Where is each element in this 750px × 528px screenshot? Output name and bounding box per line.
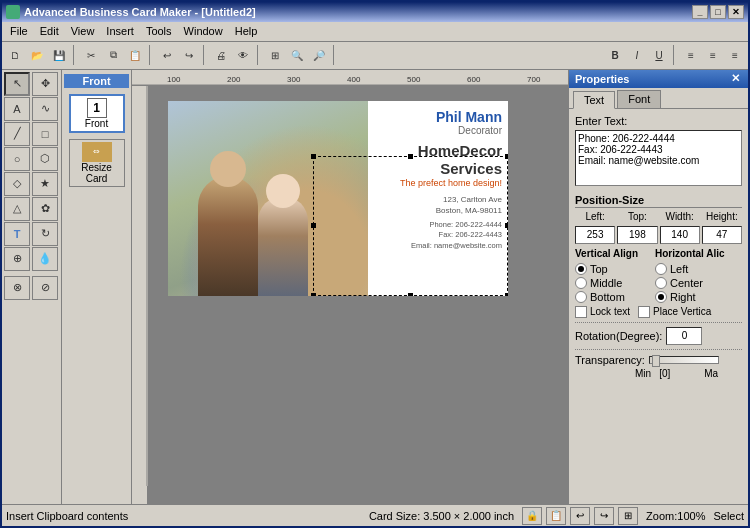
radio-left-label: Left bbox=[670, 263, 688, 275]
width-input[interactable] bbox=[660, 226, 700, 244]
radio-center-dot bbox=[655, 277, 667, 289]
resize-card[interactable]: ⇔ Resize Card bbox=[69, 139, 125, 187]
enter-text-label: Enter Text: bbox=[575, 115, 742, 127]
svg-rect-9 bbox=[132, 86, 148, 486]
tool-special[interactable]: ✿ bbox=[32, 197, 58, 221]
menu-window[interactable]: Window bbox=[178, 23, 229, 39]
position-inputs bbox=[575, 226, 742, 244]
tool-zoom[interactable]: ⊕ bbox=[4, 247, 30, 271]
lock-text-checkbox[interactable]: Lock text bbox=[575, 306, 630, 318]
radio-right-dot bbox=[655, 291, 667, 303]
toolbar-print[interactable]: 🖨 bbox=[210, 44, 232, 66]
toolbar-align-left[interactable]: ≡ bbox=[680, 44, 702, 66]
tool-eyedrop[interactable]: 💧 bbox=[32, 247, 58, 271]
status-message: Insert Clipboard contents bbox=[6, 510, 361, 522]
status-icon-1[interactable]: 🔒 bbox=[522, 507, 542, 525]
tool-curve[interactable]: ∿ bbox=[32, 97, 58, 121]
tab-font[interactable]: Font bbox=[617, 90, 661, 108]
tool-diamond[interactable]: ◇ bbox=[4, 172, 30, 196]
tab-text[interactable]: Text bbox=[573, 91, 615, 109]
close-button[interactable]: ✕ bbox=[728, 5, 744, 19]
person2-silhouette bbox=[258, 196, 308, 296]
tool-poly[interactable]: ⬡ bbox=[32, 147, 58, 171]
menu-view[interactable]: View bbox=[65, 23, 101, 39]
place-vertical-checkbox[interactable]: Place Vertica bbox=[638, 306, 711, 318]
tool-star[interactable]: ★ bbox=[32, 172, 58, 196]
radio-middle[interactable]: Middle bbox=[575, 277, 638, 289]
transparency-row: Transparency: bbox=[575, 354, 742, 366]
tool-rect[interactable]: □ bbox=[32, 122, 58, 146]
toolbar-paste[interactable]: 📋 bbox=[124, 44, 146, 66]
status-select: Select bbox=[713, 510, 744, 522]
bc-name: Phil Mann bbox=[374, 109, 502, 125]
toolbar-italic[interactable]: I bbox=[626, 44, 648, 66]
toolbar-redo[interactable]: ↪ bbox=[178, 44, 200, 66]
properties-close-button[interactable]: ✕ bbox=[728, 72, 742, 86]
place-vertical-box bbox=[638, 306, 650, 318]
toolbar-new[interactable]: 🗋 bbox=[4, 44, 26, 66]
place-vertical-label: Place Vertica bbox=[653, 306, 711, 317]
status-icon-3[interactable]: ↩ bbox=[570, 507, 590, 525]
radio-center[interactable]: Center bbox=[655, 277, 725, 289]
status-icon-2[interactable]: 📋 bbox=[546, 507, 566, 525]
toolbar-grid[interactable]: ⊞ bbox=[264, 44, 286, 66]
top-input[interactable] bbox=[617, 226, 657, 244]
tool-tri[interactable]: △ bbox=[4, 197, 30, 221]
tool-oval[interactable]: ○ bbox=[4, 147, 30, 171]
toolbar-open[interactable]: 📂 bbox=[26, 44, 48, 66]
props-divider1 bbox=[575, 322, 742, 323]
toolbar-save[interactable]: 💾 bbox=[48, 44, 70, 66]
menu-file[interactable]: File bbox=[4, 23, 34, 39]
menu-help[interactable]: Help bbox=[229, 23, 264, 39]
toolbar-align-center[interactable]: ≡ bbox=[702, 44, 724, 66]
toolbar-align-right[interactable]: ≡ bbox=[724, 44, 746, 66]
toolbar-zoom-in[interactable]: 🔍 bbox=[286, 44, 308, 66]
bc-address: 123, Carlton Ave Boston, MA-98011 bbox=[374, 194, 502, 216]
toolbar-undo[interactable]: ↩ bbox=[156, 44, 178, 66]
toolbar-underline[interactable]: U bbox=[648, 44, 670, 66]
left-input[interactable] bbox=[575, 226, 615, 244]
menu-tools[interactable]: Tools bbox=[140, 23, 178, 39]
transparency-slider[interactable] bbox=[649, 356, 719, 364]
toolbar-bold[interactable]: B bbox=[604, 44, 626, 66]
radio-bottom[interactable]: Bottom bbox=[575, 291, 638, 303]
tool-line[interactable]: ╱ bbox=[4, 122, 30, 146]
properties-panel: Properties ✕ Text Font Enter Text: Phone… bbox=[568, 70, 748, 505]
bc-company: HomeDecor Services bbox=[374, 142, 502, 178]
minimize-button[interactable]: _ bbox=[692, 5, 708, 19]
toolbar-copy[interactable]: ⧉ bbox=[102, 44, 124, 66]
radio-left[interactable]: Left bbox=[655, 263, 725, 275]
tool-wordart[interactable]: T bbox=[4, 222, 30, 246]
tool-text[interactable]: A bbox=[4, 97, 30, 121]
tb-sep6 bbox=[673, 45, 677, 65]
tool-rotate[interactable]: ↻ bbox=[32, 222, 58, 246]
toolbar-zoom-out[interactable]: 🔎 bbox=[308, 44, 330, 66]
toolbar-cut[interactable]: ✂ bbox=[80, 44, 102, 66]
vertical-align-col: Vertical Align Top Middle Bottom bbox=[575, 248, 638, 303]
resize-label: Resize Card bbox=[72, 162, 122, 184]
menu-edit[interactable]: Edit bbox=[34, 23, 65, 39]
status-icon-5[interactable]: ⊞ bbox=[618, 507, 638, 525]
menu-insert[interactable]: Insert bbox=[100, 23, 140, 39]
height-input[interactable] bbox=[702, 226, 742, 244]
transparency-values: Min [0] Ma bbox=[575, 368, 742, 379]
tool-select[interactable]: ↖ bbox=[4, 72, 30, 96]
title-bar-controls: _ □ ✕ bbox=[692, 5, 744, 19]
lock-text-label: Lock text bbox=[590, 306, 630, 317]
tool-move[interactable]: ✥ bbox=[32, 72, 58, 96]
tool-extra2[interactable]: ⊘ bbox=[32, 276, 58, 300]
card-1[interactable]: 1 Front bbox=[69, 94, 125, 133]
radio-top[interactable]: Top bbox=[575, 263, 638, 275]
radio-right[interactable]: Right bbox=[655, 291, 725, 303]
status-icons: 🔒 📋 ↩ ↪ ⊞ bbox=[522, 507, 638, 525]
text-input[interactable]: Phone: 206-222-4444 Fax: 206-222-4443 Em… bbox=[575, 130, 742, 186]
status-icon-4[interactable]: ↪ bbox=[594, 507, 614, 525]
toolbar-preview[interactable]: 👁 bbox=[232, 44, 254, 66]
bc-slogan: The prefect home design! bbox=[374, 178, 502, 188]
rotation-input[interactable] bbox=[666, 327, 702, 345]
maximize-button[interactable]: □ bbox=[710, 5, 726, 19]
tool-extra1[interactable]: ⊗ bbox=[4, 276, 30, 300]
status-bar: Insert Clipboard contents Card Size: 3.5… bbox=[2, 504, 748, 526]
canvas-area[interactable]: Phil Mann Decorator HomeDecor Services T… bbox=[148, 86, 568, 505]
ruler-left bbox=[132, 86, 148, 505]
